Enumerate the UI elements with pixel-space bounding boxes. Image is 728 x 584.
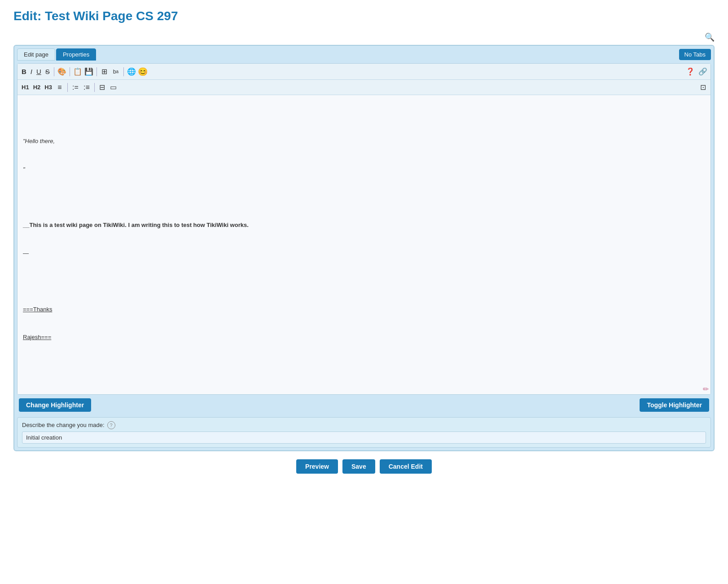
box-icon[interactable]: ▭ xyxy=(109,83,118,92)
h3-button[interactable]: H3 xyxy=(43,83,53,91)
h2-button[interactable]: H2 xyxy=(32,83,42,91)
action-buttons: Preview Save Cancel Edit xyxy=(13,459,715,474)
editor-container: B I U S 🎨 📋 💾 ⊞ ba 🌐 😊 ❓ 🔗 xyxy=(17,63,711,395)
toolbar-row-2: H1 H2 H3 ≡ := :≡ ⊟ ▭ ⊡ xyxy=(18,80,710,95)
preview-button[interactable]: Preview xyxy=(296,459,338,474)
table-icon[interactable]: ⊞ xyxy=(100,67,110,77)
emoji-icon[interactable]: 😊 xyxy=(138,67,148,77)
h1-button[interactable]: H1 xyxy=(20,83,31,91)
editor-content: "Hello there, " __This is a test wiki pa… xyxy=(23,118,705,361)
page-title: Edit: Test Wiki Page CS 297 xyxy=(13,9,715,23)
content-line-4: __This is a test wiki page on TikiWiki. … xyxy=(23,221,705,230)
separator-3 xyxy=(96,67,97,76)
editor-panel: Edit page Properties No Tabs B I U S 🎨 📋… xyxy=(13,45,715,451)
strikethrough-button[interactable]: S xyxy=(44,67,51,76)
describe-help-icon[interactable]: ? xyxy=(107,421,115,429)
copy-icon[interactable]: 📋 xyxy=(73,67,83,77)
cancel-edit-button[interactable]: Cancel Edit xyxy=(380,459,432,474)
content-line-6 xyxy=(23,277,705,286)
describe-section: Describe the change you made: ? xyxy=(17,417,711,448)
separator-4 xyxy=(123,67,124,76)
separator-1 xyxy=(54,67,54,76)
bottom-bar: Change Highlighter Toggle Highlighter xyxy=(17,395,711,415)
indent-icon[interactable]: ⊟ xyxy=(97,83,107,92)
help-icon[interactable]: ❓ xyxy=(685,67,695,77)
content-line-2: " xyxy=(23,165,705,174)
fullscreen-icon[interactable]: ⊡ xyxy=(698,83,708,92)
describe-input[interactable] xyxy=(22,431,706,444)
special-chars-icon[interactable]: 🌐 xyxy=(127,67,136,77)
save-icon[interactable]: 💾 xyxy=(84,67,94,77)
resize-handle[interactable]: ✏ xyxy=(18,384,710,394)
change-highlighter-button[interactable]: Change Highlighter xyxy=(19,398,91,412)
content-line-8: Rajesh=== xyxy=(23,333,705,342)
separator-5 xyxy=(67,83,68,92)
content-line-3 xyxy=(23,193,705,202)
edit-area[interactable]: "Hello there, " __This is a test wiki pa… xyxy=(18,95,710,384)
separator-2 xyxy=(70,67,70,76)
underline-button[interactable]: U xyxy=(35,67,43,76)
italic-button[interactable]: I xyxy=(29,67,34,76)
describe-label: Describe the change you made: ? xyxy=(22,421,706,429)
tab-bar: Edit page Properties No Tabs xyxy=(17,48,711,61)
unordered-list-icon[interactable]: :≡ xyxy=(82,83,92,92)
align-icon[interactable]: ≡ xyxy=(55,83,65,92)
color-icon[interactable]: 🎨 xyxy=(57,67,67,77)
tab-edit-page[interactable]: Edit page xyxy=(17,48,55,61)
no-tabs-button[interactable]: No Tabs xyxy=(679,49,711,60)
toolbar-row-1: B I U S 🎨 📋 💾 ⊞ ba 🌐 😊 ❓ 🔗 xyxy=(18,64,710,80)
content-line-1: "Hello there, xyxy=(23,137,705,146)
search-icon[interactable]: 🔍 xyxy=(705,33,715,42)
separator-6 xyxy=(94,83,95,92)
tab-properties[interactable]: Properties xyxy=(56,48,96,61)
content-line-7: ===Thanks xyxy=(23,305,705,314)
content-line-5: — xyxy=(23,249,705,258)
bold-button[interactable]: B xyxy=(20,67,28,76)
subscript-icon[interactable]: ba xyxy=(111,67,121,77)
toggle-highlighter-button[interactable]: Toggle Highlighter xyxy=(640,398,709,412)
ordered-list-icon[interactable]: := xyxy=(70,83,80,92)
link-icon[interactable]: 🔗 xyxy=(698,67,708,77)
save-button[interactable]: Save xyxy=(342,459,375,474)
